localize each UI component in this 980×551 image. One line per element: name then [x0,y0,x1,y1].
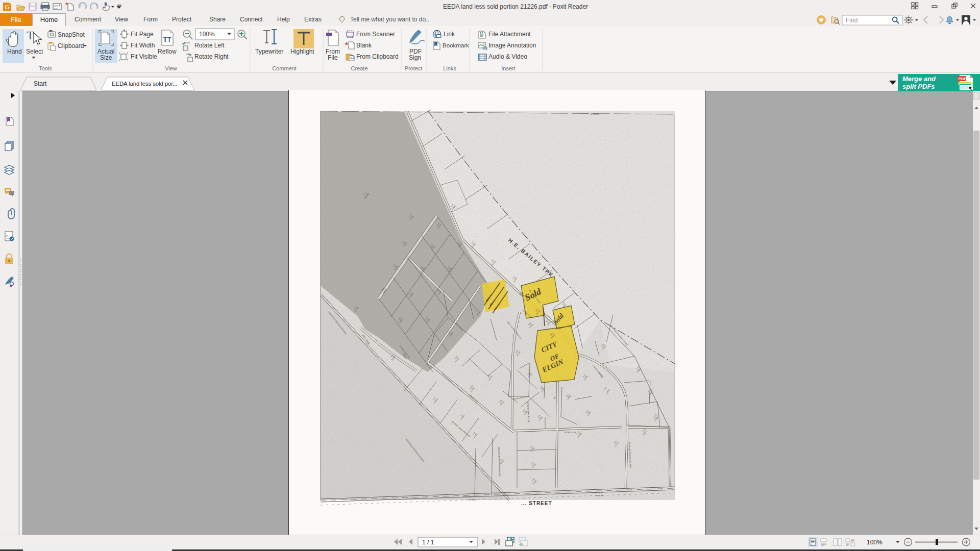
svg-text:1 / 1: 1 / 1 [422,539,434,546]
svg-text:Rotate Right: Rotate Right [194,53,229,60]
svg-text:File Attachment: File Attachment [488,31,531,38]
svg-text:Audio & Video: Audio & Video [488,53,527,60]
svg-text:From Scanner: From Scanner [356,31,395,38]
svg-text:View: View [165,65,177,71]
svg-text:Link: Link [444,31,455,38]
svg-text:Insert: Insert [501,65,516,71]
svg-text:PDF: PDF [959,77,967,81]
svg-text:From Clipboard: From Clipboard [356,53,399,60]
svg-text:Blank: Blank [356,42,372,49]
svg-text:Fit Width: Fit Width [131,42,155,49]
svg-text:Comment: Comment [272,65,297,71]
svg-text:Links: Links [443,65,456,71]
svg-text:G: G [5,3,10,11]
svg-text:T: T [27,29,34,42]
svg-text:Protect: Protect [405,65,423,71]
svg-text:Sign: Sign [409,54,421,61]
svg-text:Image Annotation: Image Annotation [488,42,536,49]
svg-text:*: * [345,41,348,49]
svg-text:SnapShot: SnapShot [58,31,85,38]
svg-text:Rotate Left: Rotate Left [194,42,225,49]
svg-text:100%: 100% [867,539,883,546]
svg-text:Typewriter: Typewriter [255,48,283,55]
svg-text:100%: 100% [199,31,215,38]
svg-text:Highlight: Highlight [290,48,314,55]
svg-text:Fit Page: Fit Page [131,31,154,38]
svg-text:split PDFs: split PDFs [902,83,935,90]
svg-text:Bookmark: Bookmark [443,42,469,48]
svg-text:Merge and: Merge and [902,75,936,83]
svg-text:EEDA land less sold por...: EEDA land less sold por... [112,81,177,87]
svg-text:Hand: Hand [7,48,22,55]
svg-text:Size: Size [100,54,112,61]
svg-text:Find: Find [846,17,857,24]
svg-text:File: File [328,54,338,61]
svg-text:Start: Start [34,80,47,87]
svg-text:Tools: Tools [39,65,52,71]
svg-text:T: T [167,36,172,43]
svg-text:Clipboard: Clipboard [58,42,84,49]
svg-text:Create: Create [351,65,368,71]
svg-text:T: T [163,35,167,43]
svg-text:e: e [6,233,8,238]
svg-text:... STREET: ... STREET [521,500,552,506]
svg-text:Reflow: Reflow [158,48,177,55]
svg-text:Select: Select [26,48,43,55]
svg-text:Fit Visible: Fit Visible [131,53,157,60]
